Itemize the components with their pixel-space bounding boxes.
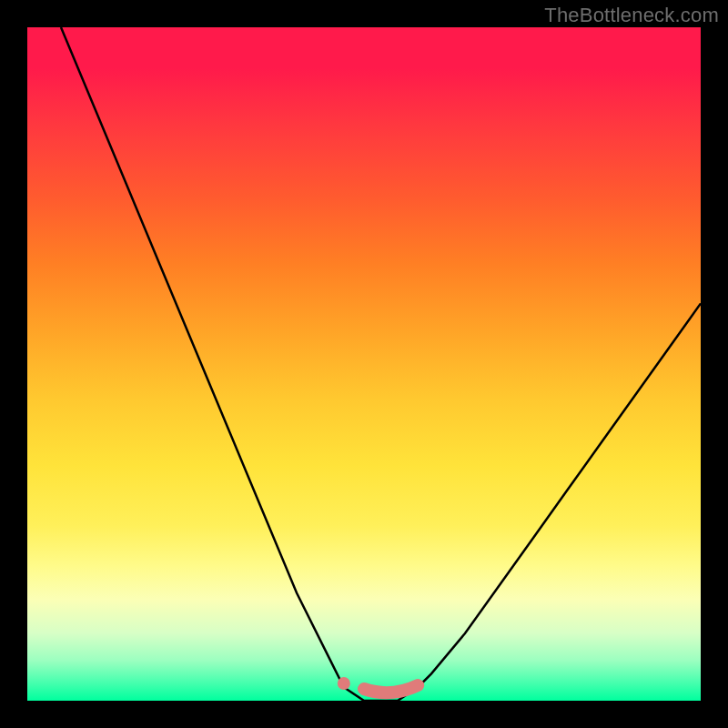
plot-area [27,27,701,701]
marker-dot [338,677,350,690]
bottleneck-curve-path [61,27,701,701]
chart-frame: TheBottleneck.com [0,0,728,728]
watermark-text: TheBottleneck.com [544,4,719,27]
curve-svg [27,27,701,701]
flat-marker-path [364,685,418,693]
